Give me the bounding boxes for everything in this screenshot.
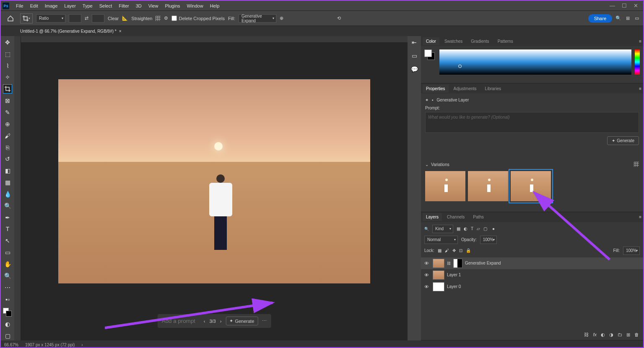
layer-thumb[interactable] bbox=[433, 282, 444, 291]
menu-view[interactable]: View bbox=[145, 3, 162, 9]
menu-3d[interactable]: 3D bbox=[132, 3, 145, 9]
filter-adjust-icon[interactable]: ◐ bbox=[464, 226, 467, 231]
arrange-icon[interactable]: ▭ bbox=[634, 16, 640, 21]
expand-panel-icon[interactable]: ⇤ bbox=[410, 38, 419, 47]
close-button[interactable]: ✕ bbox=[634, 3, 638, 9]
tab-paths[interactable]: Paths bbox=[470, 213, 487, 221]
layer-mask-icon[interactable]: ◐ bbox=[601, 332, 605, 338]
grid-view-icon[interactable] bbox=[634, 162, 639, 167]
visibility-icon[interactable]: 👁 bbox=[424, 261, 430, 266]
ratio-h-input[interactable] bbox=[92, 14, 104, 23]
ratio-dropdown[interactable]: Ratio bbox=[36, 14, 65, 23]
lock-paint-icon[interactable]: 🖌 bbox=[445, 248, 449, 253]
tab-gradients[interactable]: Gradients bbox=[467, 37, 492, 45]
fill-settings-icon[interactable]: ⊕ bbox=[280, 16, 283, 21]
crop-tool[interactable] bbox=[3, 84, 12, 93]
comments-panel-icon[interactable]: 💬 bbox=[410, 65, 419, 74]
eyedropper-tool[interactable]: ✎ bbox=[3, 108, 12, 117]
variation-thumb-2[interactable] bbox=[468, 171, 508, 201]
link-icon[interactable]: ⛓ bbox=[447, 261, 451, 265]
menu-file[interactable]: File bbox=[13, 3, 27, 9]
layer-mask-thumb[interactable] bbox=[453, 259, 462, 268]
generate-button[interactable]: ✦ Generate bbox=[226, 317, 258, 325]
close-tab-icon[interactable]: × bbox=[119, 29, 122, 34]
new-layer-icon[interactable]: ⊞ bbox=[626, 332, 630, 338]
visibility-icon[interactable]: 👁 bbox=[424, 273, 430, 278]
share-button[interactable]: Share bbox=[588, 14, 612, 23]
lock-nest-icon[interactable]: ⊡ bbox=[459, 248, 462, 253]
maximize-button[interactable]: ☐ bbox=[622, 3, 627, 9]
layer-thumb[interactable] bbox=[433, 259, 444, 268]
panel-menu-icon[interactable]: ≡ bbox=[639, 86, 641, 91]
fill-dropdown[interactable]: Generative Expand bbox=[239, 14, 276, 23]
layer-fx-icon[interactable]: fx bbox=[593, 332, 597, 337]
prompt-input[interactable] bbox=[162, 318, 200, 324]
filter-pixel-icon[interactable]: ▦ bbox=[457, 226, 460, 231]
tab-color[interactable]: Color bbox=[423, 37, 439, 45]
more-options-icon[interactable]: ⋯ bbox=[262, 318, 267, 324]
straighten-icon[interactable]: 📐 bbox=[122, 16, 128, 21]
status-chevron[interactable]: › bbox=[81, 343, 83, 347]
panel-menu-icon[interactable]: ≡ bbox=[639, 39, 641, 44]
menu-help[interactable]: Help bbox=[207, 3, 223, 9]
menu-layer[interactable]: Layer bbox=[61, 3, 79, 9]
prev-variation-button[interactable]: ‹ bbox=[204, 319, 205, 324]
home-icon[interactable] bbox=[4, 13, 17, 23]
pen-tool[interactable]: ✒ bbox=[3, 213, 12, 222]
minimize-button[interactable]: — bbox=[610, 3, 615, 9]
adjustment-layer-icon[interactable]: ◑ bbox=[609, 332, 613, 338]
layer-generative-expand[interactable]: 👁 ⛓ Generative Expand bbox=[421, 257, 643, 269]
color-swatches[interactable] bbox=[3, 308, 12, 317]
delete-cropped-checkbox[interactable]: Delete Cropped Pixels bbox=[171, 16, 224, 21]
workspace-icon[interactable]: ⊞ bbox=[625, 16, 631, 21]
fg-color-swatch[interactable] bbox=[424, 49, 432, 57]
brush-tool[interactable]: 🖌 bbox=[3, 131, 12, 140]
lock-all-icon[interactable]: 🔒 bbox=[466, 248, 471, 253]
move-tool[interactable]: ✥ bbox=[3, 38, 12, 47]
layer-name[interactable]: Layer 0 bbox=[447, 284, 461, 289]
tab-adjustments[interactable]: Adjustments bbox=[450, 85, 480, 93]
next-variation-button[interactable]: › bbox=[220, 319, 222, 324]
shape-tool[interactable]: ▭ bbox=[3, 248, 12, 257]
blur-tool[interactable]: 💧 bbox=[3, 190, 12, 199]
zoom-level[interactable]: 66.67% bbox=[4, 343, 18, 347]
marquee-tool[interactable]: ⬚ bbox=[3, 49, 12, 59]
crop-tool-indicator[interactable]: ▾ bbox=[20, 13, 33, 23]
properties-generate-button[interactable]: ✦ Generate bbox=[607, 136, 639, 145]
layer-0[interactable]: 👁 Layer 0 bbox=[421, 281, 643, 293]
menu-image[interactable]: Image bbox=[42, 3, 61, 9]
more-tools[interactable]: ⋯ bbox=[3, 283, 12, 292]
tab-layers[interactable]: Layers bbox=[423, 213, 442, 221]
grid-overlay-icon[interactable] bbox=[156, 16, 161, 21]
tab-swatches[interactable]: Swatches bbox=[441, 37, 466, 45]
tab-properties[interactable]: Properties bbox=[423, 85, 449, 93]
chevron-down-icon[interactable]: ⌄ bbox=[425, 162, 428, 167]
history-panel-icon[interactable]: ▭ bbox=[410, 51, 419, 60]
blend-mode-dropdown[interactable]: Normal bbox=[424, 236, 458, 244]
visibility-icon[interactable]: 👁 bbox=[424, 284, 430, 289]
stamp-tool[interactable]: ⎘ bbox=[3, 143, 12, 152]
filter-type-icon[interactable]: T bbox=[471, 226, 473, 231]
menu-select[interactable]: Select bbox=[96, 3, 116, 9]
hand-tool[interactable]: ✋ bbox=[3, 260, 12, 269]
search-icon[interactable]: 🔍 bbox=[615, 16, 621, 21]
layer-name[interactable]: Generative Expand bbox=[465, 261, 501, 265]
dodge-tool[interactable]: 🔍 bbox=[3, 201, 12, 210]
healing-tool[interactable]: ⊕ bbox=[3, 119, 12, 129]
settings-gear-icon[interactable]: ⚙ bbox=[164, 16, 168, 21]
layer-name[interactable]: Layer 1 bbox=[447, 273, 461, 277]
screen-mode-icon[interactable]: ▢ bbox=[3, 331, 12, 340]
fill-input[interactable]: 100% bbox=[623, 247, 640, 255]
filter-smart-icon[interactable]: ▢ bbox=[483, 226, 487, 231]
tab-channels[interactable]: Channels bbox=[444, 213, 468, 221]
edit-toolbar[interactable]: ▪▫ bbox=[3, 295, 12, 304]
gradient-tool[interactable]: ▦ bbox=[3, 178, 12, 187]
menu-type[interactable]: Type bbox=[79, 3, 96, 9]
lasso-tool[interactable]: ⌇ bbox=[3, 61, 12, 70]
variation-thumb-3[interactable] bbox=[511, 171, 551, 201]
hue-slider[interactable] bbox=[635, 49, 640, 75]
menu-filter[interactable]: Filter bbox=[115, 3, 132, 9]
layer-thumb[interactable] bbox=[433, 270, 444, 280]
color-picker[interactable] bbox=[439, 49, 631, 75]
tab-patterns[interactable]: Patterns bbox=[494, 37, 517, 45]
